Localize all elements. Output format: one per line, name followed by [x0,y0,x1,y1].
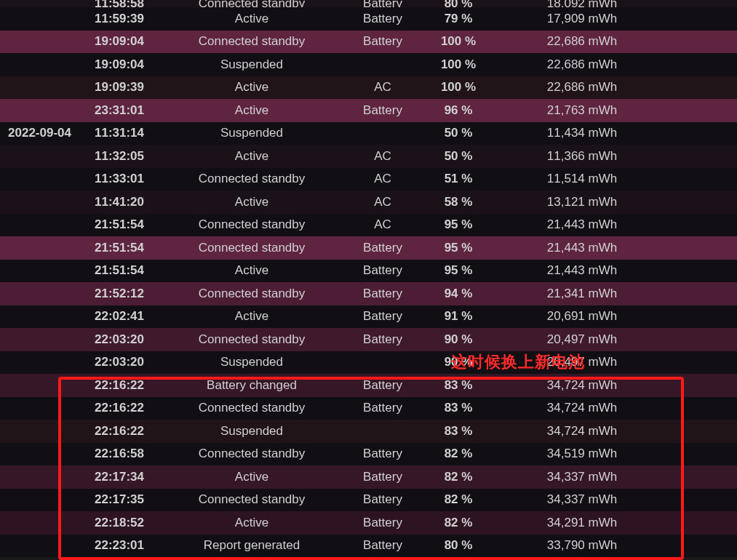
cell-mwh: 21,443 mWh [495,217,669,232]
table-row: 21:51:54Connected standbyBattery95 %21,4… [0,236,737,260]
cell-source: Battery [343,401,422,415]
cell-time: 11:41:20 [79,195,160,209]
cell-mwh: 33,790 mWh [495,538,669,553]
cell-time: 22:16:22 [79,378,160,393]
cell-time: 11:31:14 [79,126,160,140]
cell-mwh: 20,497 mWh [495,355,669,369]
cell-percent: 80 % [422,0,495,7]
cell-state: Battery changed [160,378,343,393]
table-row: 19:09:04Connected standbyBattery100 %22,… [0,31,737,54]
cell-mwh: 34,724 mWh [495,401,669,415]
cell-time: 11:59:39 [79,12,160,26]
cell-source: Battery [343,12,422,26]
table-row: 19:09:39ActiveAC100 %22,686 mWh [0,76,737,100]
cell-state: Active [160,470,343,484]
cell-time: 22:23:01 [79,538,160,553]
cell-percent: 95 % [422,263,495,278]
cell-mwh: 11,434 mWh [495,126,669,140]
cell-state: Suspended [160,424,343,439]
cell-percent: 51 % [422,172,495,186]
cell-source: Battery [343,0,422,7]
table-row: 22:16:22Connected standbyBattery83 %34,7… [0,397,737,420]
cell-state: Active [160,12,343,26]
table-row: 21:52:12Connected standbyBattery94 %21,3… [0,282,737,305]
cell-percent: 83 % [422,378,495,393]
cell-mwh: 34,519 mWh [495,447,669,461]
table-row: 19:09:04Suspended100 %22,686 mWh [0,53,737,76]
cell-percent: 83 % [422,401,495,415]
cell-mwh: 34,337 mWh [495,492,669,507]
cell-mwh: 21,763 mWh [495,103,669,118]
cell-mwh: 13,121 mWh [495,195,669,209]
table-row: 22:17:34ActiveBattery82 %34,337 mWh [0,465,737,489]
table-row: 22:03:20Connected standbyBattery90 %20,4… [0,328,737,351]
cell-source: Battery [343,538,422,553]
cell-time: 22:03:20 [79,355,160,369]
cell-state: Active [160,516,343,530]
cell-time: 23:31:01 [79,103,160,118]
cell-time: 19:09:04 [79,34,160,49]
cell-source: Battery [343,103,422,118]
cell-state: Connected standby [160,401,343,415]
cell-source: AC [343,80,422,95]
cell-percent: 79 % [422,12,495,26]
table-row: 22:03:20Suspended90 %20,497 mWh [0,351,737,375]
cell-percent: 90 % [422,332,495,347]
cell-state: Active [160,103,343,118]
table-row: 11:59:39ActiveBattery79 %17,909 mWh [0,7,737,31]
cell-mwh: 11,514 mWh [495,172,669,186]
cell-source: Battery [343,332,422,347]
cell-percent: 100 % [422,80,495,95]
cell-source: Battery [343,447,422,461]
cell-mwh: 22,686 mWh [495,57,669,72]
table-row: 11:41:20ActiveAC58 %13,121 mWh [0,191,737,214]
cell-state: Connected standby [160,217,343,232]
cell-state: Connected standby [160,0,343,7]
cell-percent: 50 % [422,126,495,140]
cell-source: AC [343,217,422,232]
cell-percent: 96 % [422,103,495,118]
cell-state: Active [160,195,343,209]
cell-state: Connected standby [160,447,343,461]
table-row: 21:51:54Connected standbyAC95 %21,443 mW… [0,214,737,237]
cell-percent: 90 % [422,355,495,369]
cell-percent: 82 % [422,516,495,530]
cell-state: Active [160,309,343,324]
cell-percent: 94 % [422,287,495,301]
cell-state: Connected standby [160,34,343,49]
cell-time: 11:58:58 [79,0,160,7]
cell-time: 22:03:20 [79,332,160,347]
cell-mwh: 21,443 mWh [495,263,669,278]
table-row: 11:32:05ActiveAC50 %11,366 mWh [0,145,737,168]
cell-state: Report generated [160,538,343,553]
cell-percent: 58 % [422,195,495,209]
cell-state: Connected standby [160,492,343,507]
cell-source: Battery [343,470,422,484]
cell-mwh: 20,497 mWh [495,332,669,347]
table-row: 23:31:01ActiveBattery96 %21,763 mWh [0,99,737,122]
cell-time: 22:16:58 [79,447,160,461]
cell-percent: 82 % [422,447,495,461]
cell-percent: 95 % [422,217,495,232]
cell-mwh: 18,092 mWh [495,0,669,7]
cell-source: Battery [343,241,422,255]
cell-time: 22:17:35 [79,492,160,507]
table-row: 2022-09-0411:31:14Suspended50 %11,434 mW… [0,122,737,145]
cell-mwh: 11,366 mWh [495,149,669,164]
cell-time: 22:16:22 [79,401,160,415]
cell-state: Active [160,80,343,95]
cell-percent: 100 % [422,34,495,49]
cell-source: Battery [343,492,422,507]
cell-source: Battery [343,263,422,278]
cell-state: Suspended [160,57,343,72]
cell-state: Active [160,263,343,278]
cell-time: 21:51:54 [79,241,160,255]
cell-percent: 100 % [422,57,495,72]
cell-percent: 80 % [422,538,495,553]
table-row: 22:16:22Suspended83 %34,724 mWh [0,420,737,443]
cell-time: 19:09:04 [79,57,160,72]
cell-state: Connected standby [160,287,343,301]
cell-time: 21:52:12 [79,287,160,301]
cell-mwh: 17,909 mWh [495,12,669,26]
cell-state: Active [160,149,343,164]
